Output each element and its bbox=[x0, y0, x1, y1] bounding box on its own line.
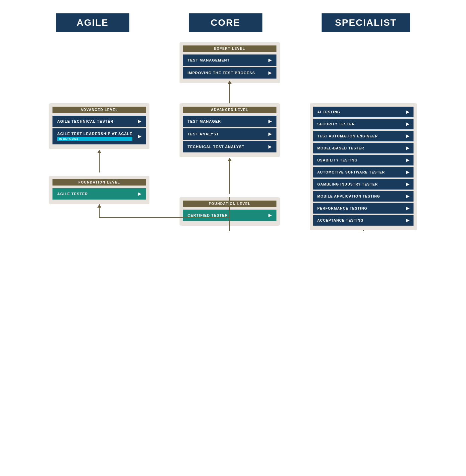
specialist-performance[interactable]: PERFORMANCE TESTING ▶ bbox=[313, 203, 414, 214]
page-container: AGILE CORE SPECIALIST EXPERT LEVEL TEST … bbox=[49, 13, 417, 231]
specialist-security-tester[interactable]: SECURITY TESTER ▶ bbox=[313, 119, 414, 129]
beta-badge: IN BETA 2021 bbox=[57, 137, 132, 141]
specialist-col: AI TESTING ▶ SECURITY TESTER ▶ TEST AUTO… bbox=[310, 103, 417, 230]
core-advanced-level-label: ADVANCED LEVEL bbox=[183, 107, 276, 113]
agile-advanced-card: ADVANCED LEVEL AGILE TECHNICAL TESTER ▶ … bbox=[49, 103, 149, 149]
arrow-icon: ▶ bbox=[406, 146, 410, 150]
arrow-line bbox=[229, 160, 230, 194]
middle-row: ADVANCED LEVEL AGILE TECHNICAL TESTER ▶ … bbox=[49, 103, 417, 231]
specialist-automotive[interactable]: AUTOMOTIVE SOFTWARE TESTER ▶ bbox=[313, 167, 414, 177]
specialist-test-automation[interactable]: TEST AUTOMATION ENGINEER ▶ bbox=[313, 131, 414, 141]
agile-header: AGILE bbox=[56, 13, 129, 32]
agile-advanced-col: ADVANCED LEVEL AGILE TECHNICAL TESTER ▶ … bbox=[49, 103, 149, 231]
arrow-icon: ▶ bbox=[406, 218, 410, 223]
diagram-body: EXPERT LEVEL TEST MANAGEMENT ▶ IMPROVING… bbox=[49, 42, 417, 231]
core-expert-col: EXPERT LEVEL TEST MANAGEMENT ▶ IMPROVING… bbox=[180, 42, 280, 103]
arrow-line bbox=[229, 83, 230, 103]
core-expert-level-label: EXPERT LEVEL bbox=[183, 45, 276, 52]
certified-tester[interactable]: CERTIFIED TESTER ▶ bbox=[183, 210, 276, 221]
agile-advanced-arrow bbox=[49, 149, 149, 176]
agile-technical-tester[interactable]: AGILE TECHNICAL TESTER ▶ bbox=[52, 116, 146, 127]
arrow-icon: ▶ bbox=[406, 122, 410, 126]
core-foundation-level-label: FOUNDATION LEVEL bbox=[183, 201, 276, 207]
core-technical-analyst[interactable]: TECHNICAL TEST ANALYST ▶ bbox=[183, 141, 276, 152]
core-advanced-card: ADVANCED LEVEL TEST MANAGER ▶ TEST ANALY… bbox=[180, 103, 280, 157]
specialist-mobile[interactable]: MOBILE APPLICATION TESTING ▶ bbox=[313, 191, 414, 202]
core-foundation-card: FOUNDATION LEVEL CERTIFIED TESTER ▶ bbox=[180, 197, 280, 226]
core-test-analyst[interactable]: TEST ANALYST ▶ bbox=[183, 128, 276, 140]
core-advanced-arrow bbox=[180, 157, 280, 197]
specialist-header: SPECIALIST bbox=[322, 13, 410, 32]
arrow-icon: ▶ bbox=[268, 119, 272, 124]
arrow-icon: ▶ bbox=[406, 170, 410, 174]
arrow-icon: ▶ bbox=[268, 144, 272, 149]
arrow-icon: ▶ bbox=[406, 206, 410, 211]
arrow-icon: ▶ bbox=[138, 119, 141, 124]
specialist-ai-testing[interactable]: AI TESTING ▶ bbox=[313, 107, 414, 117]
arrow-icon: ▶ bbox=[406, 134, 410, 138]
core-advanced-col: ADVANCED LEVEL TEST MANAGER ▶ TEST ANALY… bbox=[180, 103, 280, 226]
arrow-icon: ▶ bbox=[138, 192, 141, 196]
agile-foundation-card: FOUNDATION LEVEL AGILE TESTER ▶ bbox=[49, 176, 149, 204]
arrow-icon: ▶ bbox=[406, 110, 410, 114]
core-expert-arrow bbox=[180, 83, 280, 103]
arrow-icon: ▶ bbox=[406, 194, 410, 199]
arrow-icon: ▶ bbox=[406, 158, 410, 162]
specialist-usability[interactable]: USABILITY TESTING ▶ bbox=[313, 155, 414, 165]
specialist-card: AI TESTING ▶ SECURITY TESTER ▶ TEST AUTO… bbox=[310, 103, 417, 230]
arrow-icon: ▶ bbox=[268, 71, 272, 75]
top-row: EXPERT LEVEL TEST MANAGEMENT ▶ IMPROVING… bbox=[49, 42, 417, 103]
core-header: CORE bbox=[189, 13, 262, 32]
core-test-manager[interactable]: TEST MANAGER ▶ bbox=[183, 116, 276, 127]
agile-advanced-level-label: ADVANCED LEVEL bbox=[52, 107, 146, 113]
agile-foundation-level-label: FOUNDATION LEVEL bbox=[52, 179, 146, 186]
arrow-icon: ▶ bbox=[268, 58, 272, 63]
core-improving-process[interactable]: IMPROVING THE TEST PROCESS ▶ bbox=[183, 67, 276, 79]
specialist-model-based[interactable]: MODEL-BASED TESTER ▶ bbox=[313, 143, 414, 153]
columns-header: AGILE CORE SPECIALIST bbox=[49, 13, 417, 32]
specialist-gambling[interactable]: GAMBLING INDUSTRY TESTER ▶ bbox=[313, 179, 414, 190]
arrow-icon: ▶ bbox=[268, 132, 272, 136]
arrow-icon: ▶ bbox=[268, 213, 272, 218]
agile-leadership[interactable]: AGILE TEST LEADERSHIP AT SCALE IN BETA 2… bbox=[52, 128, 146, 144]
agile-tester[interactable]: AGILE TESTER ▶ bbox=[52, 188, 146, 200]
arrow-icon: ▶ bbox=[138, 134, 141, 139]
core-test-management[interactable]: TEST MANAGEMENT ▶ bbox=[183, 54, 276, 66]
arrow-icon: ▶ bbox=[406, 182, 410, 187]
arrow-line bbox=[99, 152, 100, 172]
core-expert-card: EXPERT LEVEL TEST MANAGEMENT ▶ IMPROVING… bbox=[180, 42, 280, 83]
specialist-acceptance[interactable]: ACCEPTANCE TESTING ▶ bbox=[313, 215, 414, 226]
